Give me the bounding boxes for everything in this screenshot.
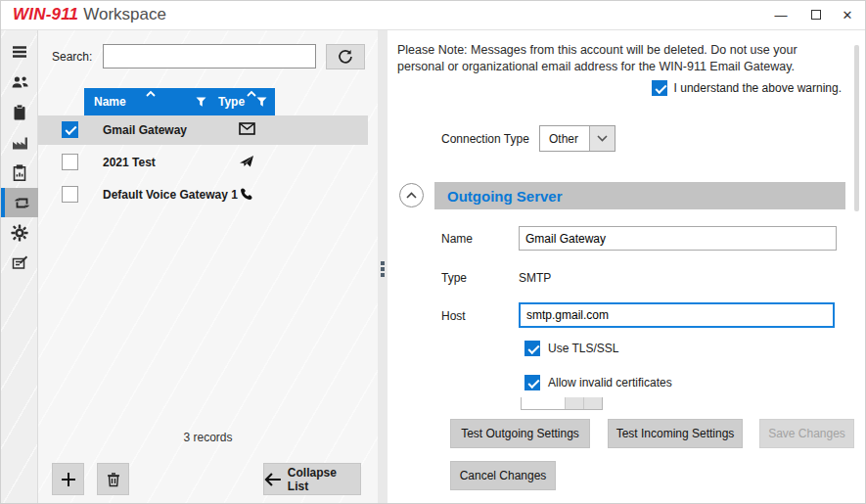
- section-title: Outgoing Server: [447, 188, 563, 205]
- sidebar-item-clipboard[interactable]: [1, 97, 38, 127]
- collapse-list-button[interactable]: Collapse List: [263, 463, 361, 495]
- spinner-up-button[interactable]: [583, 397, 602, 409]
- filter-icon[interactable]: [196, 97, 206, 108]
- outgoing-server-header: Outgoing Server: [434, 182, 845, 209]
- filter-icon[interactable]: [256, 97, 267, 108]
- phone-icon: [239, 187, 253, 202]
- gateway-loop-icon: [13, 195, 31, 211]
- delete-gateway-button[interactable]: [97, 463, 129, 495]
- product-name: Workspace: [83, 5, 166, 23]
- gateway-list-panel: Search: Name Type Gmail Gateway 2021 T: [38, 30, 378, 504]
- dropdown-arrow-button[interactable]: [589, 126, 615, 151]
- sidebar-item-menu[interactable]: [1, 36, 38, 67]
- connection-type-label: Connection Type: [441, 132, 529, 146]
- tls-checkbox-row: Use TLS/SSL: [524, 341, 618, 356]
- icon-sidebar: [1, 30, 38, 504]
- sort-ascending-icon: [145, 90, 157, 98]
- test-incoming-settings-button[interactable]: Test Incoming Settings: [608, 419, 743, 448]
- sidebar-item-report[interactable]: [1, 158, 38, 188]
- connection-type-dropdown[interactable]: Other: [539, 125, 615, 152]
- close-icon: ✕: [843, 8, 853, 23]
- port-input-partial[interactable]: [522, 397, 565, 409]
- row-checkbox[interactable]: [62, 121, 78, 138]
- warning-checkbox-label: I understand the above warning.: [674, 81, 842, 95]
- cert-checkbox-row: Allow invalid certificates: [524, 375, 672, 390]
- column-header-type[interactable]: Type: [214, 88, 275, 115]
- minimize-icon: —: [775, 8, 788, 23]
- row-checkbox[interactable]: [62, 154, 78, 170]
- section-collapse-button[interactable]: [399, 183, 424, 207]
- column-header-name[interactable]: Name: [84, 88, 214, 115]
- menu-icon: [11, 43, 28, 61]
- left-arrow-icon: [264, 473, 282, 486]
- type-value: SMTP: [519, 271, 551, 285]
- sidebar-item-gateways[interactable]: [1, 188, 38, 217]
- splitter-grip-icon: [381, 261, 385, 277]
- clipboard-icon: [12, 104, 27, 121]
- sidebar-item-notes[interactable]: [1, 248, 38, 278]
- row-checkbox[interactable]: [62, 186, 78, 203]
- port-spinner-partial[interactable]: [521, 397, 603, 410]
- vertical-scrollbar[interactable]: [854, 45, 859, 211]
- row-name: Gmail Gateway: [103, 123, 187, 137]
- refresh-button[interactable]: [326, 44, 365, 69]
- send-icon: [239, 155, 254, 170]
- name-field-label: Name: [441, 232, 473, 246]
- minimize-button[interactable]: —: [765, 1, 797, 29]
- maximize-icon: [811, 10, 821, 20]
- test-outgoing-settings-button[interactable]: Test Outgoing Settings: [450, 419, 590, 448]
- notes-icon: [11, 254, 28, 271]
- brand-logo-text: WIN-911: [13, 5, 78, 23]
- settings-gear-icon: [11, 224, 28, 242]
- chevron-down-icon: [597, 135, 608, 142]
- report-icon: [12, 164, 27, 182]
- column-name-label: Name: [94, 95, 126, 109]
- warning-note: Please Note: Messages from this account …: [397, 42, 840, 75]
- search-label: Search:: [52, 50, 92, 64]
- spinner-down-button[interactable]: [565, 397, 583, 409]
- sidebar-item-settings[interactable]: [1, 217, 38, 248]
- collapse-list-label: Collapse List: [288, 466, 360, 493]
- sidebar-item-contacts[interactable]: [1, 67, 38, 97]
- add-gateway-button[interactable]: [52, 463, 84, 495]
- refresh-icon: [338, 49, 353, 65]
- close-button[interactable]: ✕: [832, 1, 863, 29]
- tls-checkbox-label: Use TLS/SSL: [548, 342, 618, 355]
- row-name: 2021 Test: [103, 156, 156, 169]
- panel-splitter[interactable]: [378, 30, 387, 504]
- column-type-label: Type: [218, 95, 245, 109]
- cancel-changes-button[interactable]: Cancel Changes: [450, 461, 556, 490]
- tls-checkbox[interactable]: [524, 341, 540, 356]
- host-input[interactable]: [519, 302, 835, 328]
- plus-icon: [61, 472, 76, 487]
- contacts-icon: [11, 73, 29, 91]
- connection-type-value: Other: [540, 126, 589, 151]
- win911-workspace-window: WIN-911Workspace — ✕ S: [0, 0, 866, 504]
- list-item-default-voice-gateway[interactable]: Default Voice Gateway 1: [38, 180, 368, 209]
- gateway-detail-panel: Please Note: Messages from this account …: [387, 30, 866, 504]
- list-header: Name Type: [84, 88, 275, 115]
- sidebar-item-factory[interactable]: [1, 127, 38, 158]
- trash-icon: [107, 472, 120, 487]
- records-count: 3 records: [38, 431, 378, 444]
- maximize-button[interactable]: [800, 1, 832, 29]
- name-input[interactable]: [519, 226, 837, 251]
- warning-checkbox[interactable]: [652, 80, 667, 96]
- row-name: Default Voice Gateway 1: [103, 188, 238, 202]
- title-bar: WIN-911Workspace — ✕: [1, 1, 866, 30]
- search-input[interactable]: [103, 44, 316, 69]
- warning-acknowledge-row: I understand the above warning.: [652, 80, 842, 96]
- type-field-label: Type: [441, 271, 467, 285]
- app-logo: WIN-911Workspace: [13, 5, 166, 24]
- host-field-label: Host: [441, 309, 466, 323]
- factory-icon: [11, 135, 29, 151]
- list-item-2021-test[interactable]: 2021 Test: [38, 148, 368, 177]
- cert-checkbox[interactable]: [524, 375, 540, 390]
- email-icon: [239, 122, 255, 135]
- chevron-up-icon: [406, 192, 417, 199]
- list-item-gmail-gateway[interactable]: Gmail Gateway: [38, 115, 368, 145]
- save-changes-button[interactable]: Save Changes: [759, 419, 854, 448]
- cert-checkbox-label: Allow invalid certificates: [548, 376, 672, 389]
